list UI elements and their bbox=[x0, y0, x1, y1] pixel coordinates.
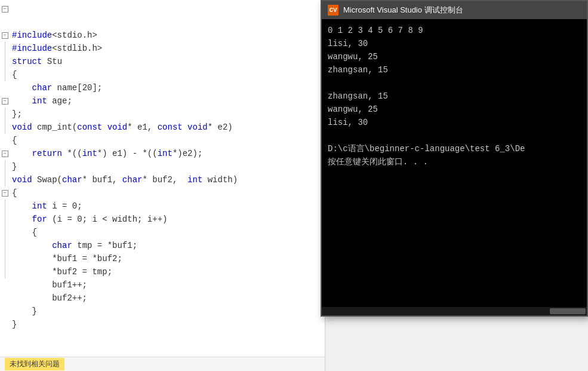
code-editor-panel: −−−−− #include<stdio.h>#include<stdlib.h… bbox=[0, 0, 325, 371]
fold-minus-box[interactable]: − bbox=[2, 151, 8, 157]
console-scrollbar[interactable] bbox=[322, 307, 587, 315]
plain-token: Stu bbox=[42, 57, 62, 66]
plain-token: *)e2); bbox=[173, 149, 202, 158]
code-line: } bbox=[12, 318, 320, 331]
keyword-token: #include bbox=[12, 30, 52, 40]
fold-vline bbox=[5, 121, 5, 134]
code-line: *buf2 = tmp; bbox=[12, 265, 320, 278]
plain-token: i = 0; bbox=[47, 201, 82, 211]
code-content: −−−−− #include<stdio.h>#include<stdlib.h… bbox=[0, 0, 325, 357]
type-token: int bbox=[32, 201, 47, 211]
plain-token: * e2) bbox=[208, 122, 233, 132]
console-output-line: lisi, 30 bbox=[328, 37, 581, 50]
plain-token: } bbox=[12, 162, 17, 171]
console-output-line: zhangsan, 15 bbox=[328, 63, 581, 76]
plain-token: age; bbox=[47, 96, 72, 106]
code-line: #include<stdlib.h> bbox=[12, 42, 320, 55]
plain-token: *buf2 = tmp; bbox=[12, 267, 112, 277]
gutter-row bbox=[0, 134, 10, 147]
type-token: int bbox=[12, 96, 47, 106]
gutter-row bbox=[0, 213, 10, 226]
console-output[interactable]: 0 1 2 3 4 5 6 7 8 9lisi, 30wangwu, 25zha… bbox=[322, 19, 587, 307]
plain-token bbox=[12, 201, 32, 211]
plain-token: { bbox=[12, 70, 17, 79]
gutter-row bbox=[0, 42, 10, 55]
fold-vline bbox=[5, 226, 5, 239]
code-line: { bbox=[12, 226, 320, 239]
keyword-token: struct bbox=[12, 57, 42, 66]
code-line: #include<stdio.h> bbox=[12, 29, 320, 42]
plain-token: { bbox=[12, 228, 37, 237]
plain-token bbox=[102, 122, 107, 132]
gutter-row bbox=[0, 121, 10, 134]
plain-token: } bbox=[12, 320, 17, 329]
fold-spacer bbox=[0, 278, 10, 292]
gutter-row: − bbox=[0, 147, 10, 160]
gutter-row bbox=[0, 16, 10, 29]
plain-token: }; bbox=[12, 109, 22, 119]
gutter-row bbox=[0, 200, 10, 213]
gutter-row bbox=[0, 68, 10, 81]
fold-vline bbox=[5, 68, 5, 81]
console-panel: CV Microsoft Visual Studio 调试控制台 0 1 2 3… bbox=[321, 0, 588, 317]
keyword2-token: for bbox=[32, 214, 47, 224]
code-line: { bbox=[12, 134, 320, 147]
plain-token: tmp = *buf1; bbox=[72, 241, 137, 250]
type-token: char bbox=[52, 241, 72, 250]
gutter-row: − bbox=[0, 186, 10, 200]
fold-vline bbox=[5, 160, 5, 173]
fold-spacer bbox=[0, 134, 10, 147]
type-token: char bbox=[12, 83, 52, 93]
type-token: void bbox=[12, 122, 32, 132]
gutter-row bbox=[0, 278, 10, 292]
console-output-line: 0 1 2 3 4 5 6 7 8 9 bbox=[328, 24, 581, 37]
keyword2-token: const bbox=[158, 122, 183, 132]
type-token: int bbox=[187, 175, 202, 185]
plain-token: cmp_int( bbox=[32, 122, 78, 132]
code-lines-container: #include<stdio.h>#include<stdlib.h>struc… bbox=[10, 2, 325, 354]
plain-token: buf2++; bbox=[12, 293, 87, 303]
code-line: struct Stu bbox=[12, 55, 320, 68]
console-output-line: wangwu, 25 bbox=[328, 103, 581, 116]
plain-token: } bbox=[12, 306, 37, 316]
console-output-line: lisi, 30 bbox=[328, 116, 581, 129]
fold-spacer bbox=[0, 16, 10, 29]
code-line: char tmp = *buf1; bbox=[12, 239, 320, 252]
code-line: int i = 0; bbox=[12, 200, 320, 213]
console-title: Microsoft Visual Studio 调试控制台 bbox=[343, 5, 463, 16]
fold-minus-box[interactable]: − bbox=[2, 6, 8, 13]
code-line: } bbox=[12, 305, 320, 318]
fold-minus-box[interactable]: − bbox=[2, 98, 8, 105]
code-line: int age; bbox=[12, 94, 320, 108]
fold-minus-box[interactable]: − bbox=[2, 32, 8, 39]
plain-token: { bbox=[12, 188, 17, 198]
plain-token: Swap( bbox=[32, 175, 62, 185]
scrollbar-thumb[interactable] bbox=[550, 308, 586, 314]
code-line: } bbox=[12, 160, 320, 173]
console-output-line bbox=[328, 129, 581, 142]
fold-vline bbox=[5, 42, 5, 55]
console-output-line: D:\c语言\beginner-c-language\test 6_3\De bbox=[328, 142, 581, 155]
fold-minus-box[interactable]: − bbox=[2, 190, 8, 197]
fold-vline bbox=[5, 173, 5, 186]
gutter-row bbox=[0, 239, 10, 252]
code-gutter: −−−−− bbox=[0, 2, 10, 354]
code-line: { bbox=[12, 68, 320, 81]
plain-token bbox=[12, 241, 52, 250]
gutter-row bbox=[0, 226, 10, 239]
type-token: int bbox=[82, 149, 97, 158]
fold-vline bbox=[5, 239, 5, 252]
fold-vline bbox=[5, 213, 5, 226]
fold-spacer bbox=[0, 81, 10, 94]
plain-token: (i = 0; i < width; i++) bbox=[47, 214, 168, 224]
gutter-row bbox=[0, 81, 10, 94]
console-titlebar: CV Microsoft Visual Studio 调试控制台 bbox=[322, 1, 587, 19]
plain-token: * buf2, bbox=[142, 175, 187, 185]
fold-spacer bbox=[0, 292, 10, 305]
plain-token: <stdlib.h> bbox=[52, 44, 102, 53]
gutter-row bbox=[0, 55, 10, 68]
gutter-row: − bbox=[0, 29, 10, 42]
keyword-token: #include bbox=[12, 44, 52, 53]
code-line: return *((int*) e1) - *((int*)e2); bbox=[12, 147, 320, 160]
warning-text[interactable]: 未找到相关问题 bbox=[5, 358, 64, 370]
